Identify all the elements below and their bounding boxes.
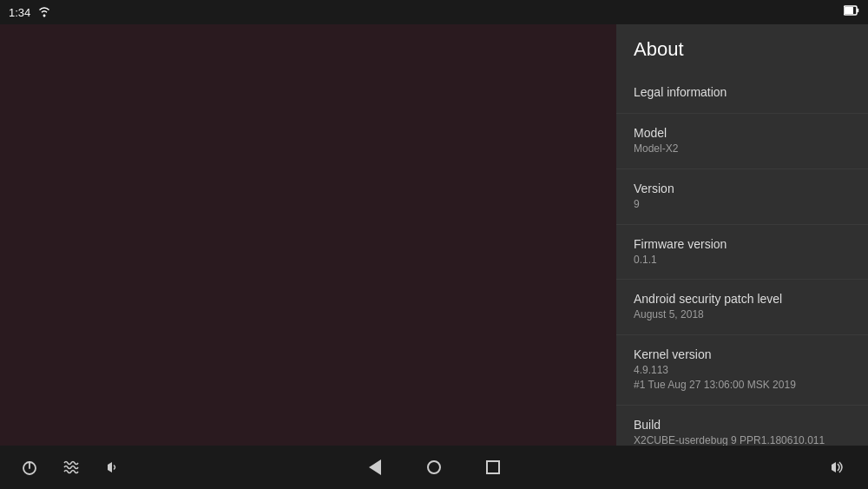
recent-button[interactable] — [481, 455, 505, 479]
settings-value-firmware-version: 0.1.1 — [634, 253, 851, 268]
settings-item-firmware-version[interactable]: Firmware version0.1.1 — [616, 225, 868, 281]
nav-right — [826, 455, 851, 479]
power-button[interactable] — [17, 455, 42, 479]
settings-label-version: Version — [634, 182, 851, 195]
settings-label-android-security-patch: Android security patch level — [634, 292, 851, 306]
settings-label-build: Build — [634, 418, 851, 432]
settings-item-legal-information[interactable]: Legal information — [616, 73, 868, 114]
settings-item-model[interactable]: ModelModel-X2 — [616, 114, 868, 169]
svg-marker-4 — [832, 462, 836, 472]
status-right — [844, 4, 859, 20]
settings-item-build[interactable]: BuildX2CUBE-userdebug 9 PPR1.180610.011 … — [616, 406, 868, 446]
settings-value-model: Model-X2 — [634, 142, 851, 156]
settings-value-build: X2CUBE-userdebug 9 PPR1.180610.011 20190… — [634, 433, 851, 446]
menu-button[interactable] — [59, 455, 83, 479]
wifi-icon — [37, 5, 51, 20]
battery-icon — [844, 4, 859, 20]
settings-label-firmware-version: Firmware version — [634, 237, 851, 251]
panel-title: About — [616, 24, 868, 73]
settings-value-version: 9 — [634, 197, 851, 212]
settings-label-kernel-version: Kernel version — [634, 347, 851, 361]
nav-center — [363, 455, 505, 479]
svg-marker-3 — [108, 462, 112, 472]
settings-list: Legal informationModelModel-X2Version9Fi… — [616, 73, 868, 446]
settings-item-version[interactable]: Version9 — [616, 169, 868, 225]
home-button[interactable] — [422, 455, 446, 479]
svg-rect-1 — [845, 7, 853, 14]
left-panel — [0, 24, 616, 446]
volume-right-button[interactable] — [826, 455, 851, 479]
main-content: About Legal informationModelModel-X2Vers… — [0, 24, 868, 446]
nav-bar — [0, 446, 868, 489]
settings-value-kernel-version: 4.9.113 #1 Tue Aug 27 13:06:00 MSK 2019 — [634, 363, 851, 393]
volume-left-button[interactable] — [101, 455, 125, 479]
settings-label-legal-information: Legal information — [634, 85, 851, 99]
right-panel[interactable]: About Legal informationModelModel-X2Vers… — [616, 24, 868, 446]
status-left: 1:34 — [9, 5, 51, 20]
settings-value-android-security-patch: August 5, 2018 — [634, 307, 851, 322]
settings-item-kernel-version[interactable]: Kernel version4.9.113 #1 Tue Aug 27 13:0… — [616, 335, 868, 406]
settings-item-android-security-patch[interactable]: Android security patch levelAugust 5, 20… — [616, 280, 868, 335]
status-bar: 1:34 — [0, 0, 868, 24]
back-button[interactable] — [363, 455, 387, 479]
nav-left — [17, 455, 125, 479]
settings-label-model: Model — [634, 126, 851, 140]
time-display: 1:34 — [9, 6, 30, 19]
